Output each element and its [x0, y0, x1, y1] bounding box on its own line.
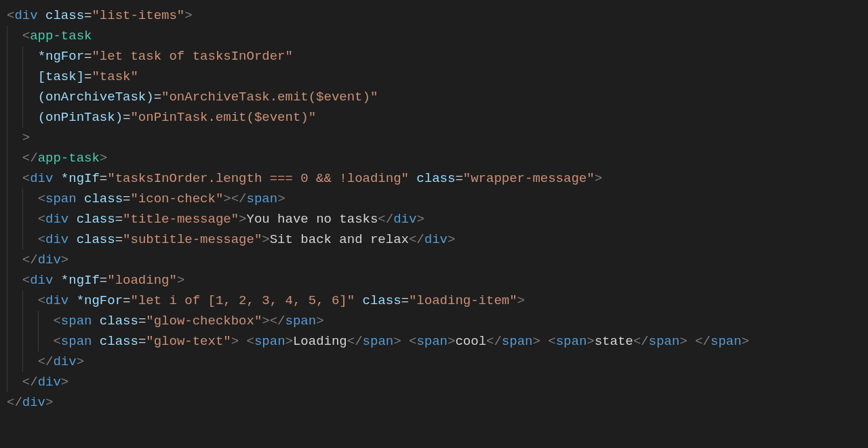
code-line[interactable]: </div> [7, 250, 861, 270]
code-token: > [239, 212, 246, 227]
code-line[interactable]: </div> [7, 392, 861, 413]
code-token: </ [7, 395, 22, 410]
code-token: > [100, 151, 107, 166]
code-token: > [741, 334, 749, 349]
code-token: class [363, 293, 401, 308]
code-token: "glow-checkbox" [146, 314, 262, 329]
code-token: "task" [92, 69, 138, 84]
code-token: div [30, 171, 53, 186]
code-token: < [38, 191, 45, 206]
code-token: "subtitle-message" [123, 232, 262, 247]
code-token: Loading [293, 334, 347, 349]
code-line[interactable]: (onArchiveTask)="onArchiveTask.emit($eve… [7, 87, 861, 107]
code-token: Sit back and relax [270, 232, 409, 247]
code-token: div [53, 354, 76, 369]
code-token: </ [378, 212, 393, 227]
code-token: </ [409, 232, 425, 247]
code-token: You have no tasks [247, 212, 378, 227]
code-token [92, 314, 99, 329]
code-line[interactable]: <span class="glow-text"> <span>Loading</… [7, 331, 861, 352]
code-token: > [262, 232, 269, 247]
code-token [540, 334, 548, 349]
code-token: = [84, 49, 92, 64]
code-token: > [393, 334, 401, 349]
code-token: *ngIf [61, 171, 100, 186]
code-token: </ [695, 334, 711, 349]
code-token: </ [22, 151, 38, 166]
code-line[interactable]: <div *ngIf="loading"> [7, 270, 861, 291]
code-token [409, 171, 416, 186]
code-token: < [22, 29, 30, 43]
code-line[interactable]: (onPinTask)="onPinTask.emit($event)" [7, 107, 861, 128]
code-token [53, 273, 60, 288]
code-token: div [14, 8, 37, 23]
code-token: = [154, 90, 161, 105]
code-editor-view[interactable]: <div class="list-items"> <app-task *ngFo… [0, 0, 868, 413]
code-token: [task] [38, 69, 84, 84]
code-token: app-task [38, 151, 100, 166]
code-line[interactable]: <span class="glow-checkbox"></span> [7, 311, 861, 331]
code-token: </ [22, 375, 38, 390]
code-token: < [22, 171, 30, 186]
code-line[interactable]: > [7, 128, 861, 148]
code-line[interactable]: </div> [7, 352, 861, 372]
code-token: > [532, 334, 540, 349]
code-token: < [38, 232, 45, 247]
code-token: div [22, 395, 45, 410]
code-token: > [22, 130, 30, 145]
code-token: "loading" [107, 273, 177, 288]
code-token: > [416, 212, 424, 227]
code-token: span [556, 334, 587, 349]
code-token: = [84, 8, 92, 23]
code-line[interactable]: [task]="task" [7, 67, 861, 87]
code-token: < [22, 273, 30, 288]
code-token: class [84, 191, 123, 206]
code-token: > [77, 354, 84, 369]
code-token: > [184, 8, 192, 23]
code-token [355, 293, 362, 308]
code-token: > [231, 334, 239, 349]
code-token: < [53, 334, 60, 349]
code-token: < [38, 293, 45, 308]
code-token: > [45, 395, 53, 410]
code-token: < [53, 314, 60, 329]
code-token: > [595, 171, 602, 186]
code-line[interactable]: </div> [7, 372, 861, 392]
code-token: "wrapper-message" [463, 171, 595, 186]
code-token: span [247, 191, 278, 206]
code-token: > [448, 334, 455, 349]
code-line[interactable]: <div *ngFor="let i of [1, 2, 3, 4, 5, 6]… [7, 291, 861, 311]
code-line[interactable]: <div class="subtitle-message">Sit back a… [7, 229, 861, 250]
code-token: "loading-item" [409, 293, 517, 308]
code-token: "onPinTask.emit($event)" [130, 110, 316, 125]
code-line[interactable]: *ngFor="let task of tasksInOrder" [7, 46, 861, 67]
code-token: span [711, 334, 742, 349]
code-token: class [77, 232, 115, 247]
code-token: > [177, 273, 184, 288]
code-token: = [84, 69, 92, 84]
code-token [53, 171, 60, 186]
code-token: = [138, 314, 146, 329]
code-line[interactable]: <span class="icon-check"></span> [7, 189, 861, 209]
code-token: = [115, 232, 123, 247]
code-token: < [7, 8, 14, 23]
code-token: < [409, 334, 416, 349]
code-token: div [45, 212, 68, 227]
code-token: < [38, 212, 45, 227]
code-line[interactable]: <div class="title-message">You have no t… [7, 209, 861, 229]
code-token: = [123, 293, 130, 308]
code-token: > [316, 314, 323, 329]
code-line[interactable]: <div class="list-items"> [7, 5, 861, 26]
code-line[interactable]: <div *ngIf="tasksInOrder.length === 0 &&… [7, 168, 861, 189]
code-token: div [45, 293, 68, 308]
code-token: = [401, 293, 409, 308]
code-token [38, 8, 45, 23]
code-token: > [679, 334, 687, 349]
code-token: = [115, 212, 123, 227]
code-token [401, 334, 409, 349]
code-line[interactable]: <app-task [7, 26, 861, 46]
code-token: span [285, 314, 317, 329]
code-line[interactable]: </app-task> [7, 148, 861, 168]
code-token: span [502, 334, 533, 349]
code-token: "icon-check" [130, 191, 223, 206]
